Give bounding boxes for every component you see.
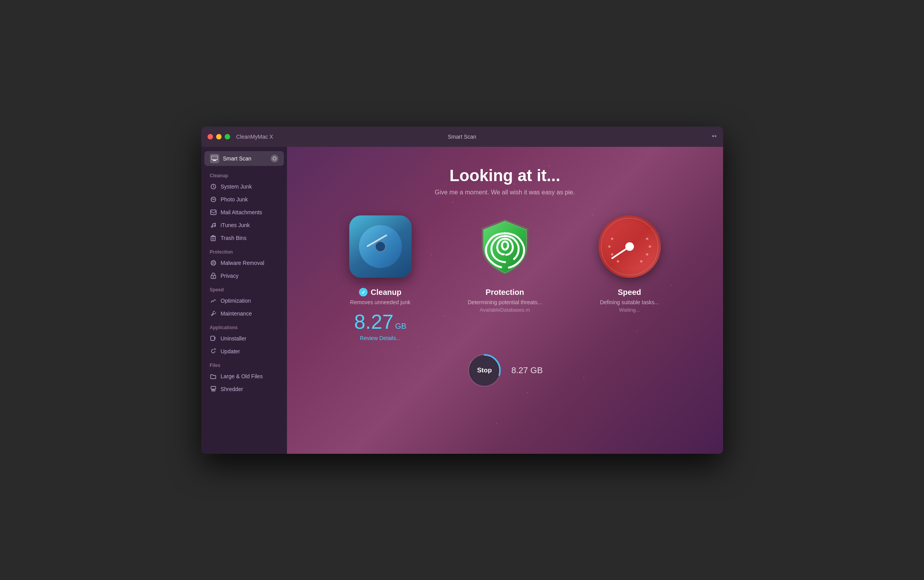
protection-card-title: Protection (486, 288, 524, 297)
cleanup-card: ✓ Cleanup Removes unneeded junk 8.27 GB … (326, 212, 435, 341)
svg-point-2 (273, 157, 276, 160)
malware-removal-label: Malware Removal (221, 260, 264, 266)
svg-point-23 (625, 242, 634, 251)
privacy-icon (210, 272, 217, 279)
svg-rect-5 (211, 210, 216, 215)
mail-attachments-label: Mail Attachments (221, 209, 262, 215)
cleanup-status: Removes unneeded junk (350, 299, 410, 305)
window-title: Smart Scan (448, 134, 476, 140)
checkmark-icon: ✓ (359, 288, 368, 296)
sidebar-item-mail-attachments[interactable]: Mail Attachments (204, 206, 284, 219)
sidebar-item-itunes-junk[interactable]: iTunes Junk (204, 219, 284, 231)
maximize-button[interactable] (225, 134, 230, 139)
section-label-applications: Applications (201, 320, 287, 332)
disk-center (375, 241, 386, 252)
disk-drive-icon (349, 215, 412, 278)
svg-point-18 (646, 238, 648, 240)
sidebar-item-privacy[interactable]: Privacy (204, 270, 284, 282)
photo-junk-label: Photo Junk (221, 196, 248, 203)
sidebar-item-shredder[interactable]: Shredder (204, 383, 284, 395)
cleanup-card-title: ✓ Cleanup (359, 288, 401, 297)
svg-point-6 (211, 226, 213, 227)
sidebar-item-updater[interactable]: Updater (204, 345, 284, 358)
speed-substatus: Waiting... (619, 307, 640, 313)
stop-button[interactable]: Stop (470, 356, 499, 385)
content-area: Looking at it... Give me a moment. We al… (287, 147, 723, 454)
sidebar-item-smart-scan[interactable]: Smart Scan (204, 151, 284, 166)
svg-rect-8 (211, 236, 215, 241)
sidebar-item-photo-junk[interactable]: Photo Junk (204, 193, 284, 206)
system-junk-icon (210, 183, 217, 190)
cleanup-size: 8.27 GB (354, 310, 406, 333)
optimization-icon (210, 297, 217, 304)
smart-scan-label: Smart Scan (223, 155, 252, 162)
smart-scan-icon (210, 154, 219, 163)
speed-icon-area (595, 212, 665, 282)
sidebar-item-malware-removal[interactable]: Malware Removal (204, 257, 284, 269)
stop-button-area: Stop 8.27 GB (467, 353, 543, 388)
more-options-icon[interactable]: •• (712, 132, 717, 141)
large-files-icon (210, 373, 217, 380)
itunes-junk-label: iTunes Junk (221, 222, 250, 228)
section-label-protection: Protection (201, 245, 287, 256)
speed-card: Speed Defining suitable tasks... Waiting… (575, 212, 684, 341)
maintenance-icon (210, 310, 217, 317)
svg-rect-1 (213, 160, 216, 161)
content-header: Looking at it... Give me a moment. We al… (435, 147, 575, 208)
speed-gauge-icon (598, 215, 661, 278)
sidebar-item-system-junk[interactable]: System Junk (204, 180, 284, 193)
shield-svg (472, 213, 538, 280)
app-window: CleanMyMac X Smart Scan •• Smart Scan (201, 127, 723, 454)
svg-point-17 (617, 260, 619, 263)
stop-size-label: 8.27 GB (511, 365, 543, 376)
mail-icon (210, 209, 217, 216)
svg-point-11 (213, 276, 214, 277)
minimize-button[interactable] (216, 134, 222, 139)
smart-scan-badge (271, 155, 278, 162)
sidebar-item-maintenance[interactable]: Maintenance (204, 307, 284, 320)
shredder-label: Shredder (221, 386, 243, 392)
sidebar-item-trash-bins[interactable]: Trash Bins (204, 232, 284, 244)
photo-junk-icon (210, 196, 217, 203)
system-junk-label: System Junk (221, 183, 252, 190)
svg-point-7 (214, 225, 215, 227)
trash-bins-label: Trash Bins (221, 235, 246, 241)
section-label-cleanup: Cleanup (201, 168, 287, 180)
sidebar-item-large-old-files[interactable]: Large & Old Files (204, 370, 284, 383)
stop-ring: Stop (467, 353, 502, 388)
section-label-files: Files (201, 358, 287, 370)
main-subtitle: Give me a moment. We all wish it was eas… (435, 189, 575, 196)
protection-card: Protection Determining potential threats… (451, 212, 560, 341)
close-button[interactable] (208, 134, 213, 139)
protection-status: Determining potential threats... (468, 299, 542, 305)
svg-point-14 (611, 238, 613, 240)
review-details-link[interactable]: Review Details... (360, 335, 400, 341)
cleanup-icon-area (345, 212, 415, 282)
titlebar: CleanMyMac X Smart Scan •• (201, 127, 723, 147)
cards-row: ✓ Cleanup Removes unneeded junk 8.27 GB … (303, 208, 708, 345)
updater-icon (210, 348, 217, 355)
optimization-label: Optimization (221, 298, 251, 304)
main-title: Looking at it... (435, 166, 575, 185)
protection-icon-area (470, 212, 540, 282)
shredder-icon (210, 386, 217, 393)
svg-rect-13 (211, 386, 216, 389)
privacy-label: Privacy (221, 273, 239, 279)
itunes-icon (210, 222, 217, 229)
speed-card-title: Speed (618, 288, 641, 297)
large-old-files-label: Large & Old Files (221, 373, 263, 379)
svg-rect-12 (211, 336, 215, 340)
sidebar-item-uninstaller[interactable]: Uninstaller (204, 332, 284, 345)
section-label-speed: Speed (201, 282, 287, 294)
svg-rect-0 (211, 156, 218, 160)
gauge-indicators (598, 215, 661, 278)
svg-point-20 (646, 253, 648, 256)
shield-icon-wrap (472, 213, 538, 280)
svg-point-21 (640, 260, 642, 263)
sidebar: Smart Scan Cleanup System Junk (201, 147, 287, 454)
updater-label: Updater (221, 348, 240, 354)
sidebar-item-optimization[interactable]: Optimization (204, 294, 284, 307)
app-name: CleanMyMac X (236, 134, 273, 140)
speed-status: Defining suitable tasks... (600, 299, 659, 305)
main-content: Smart Scan Cleanup System Junk (201, 147, 723, 454)
